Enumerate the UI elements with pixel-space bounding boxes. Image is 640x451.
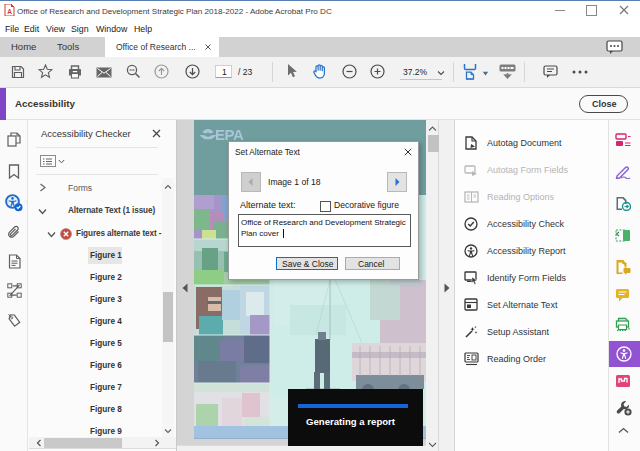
svg-text:A: A — [7, 8, 12, 15]
svg-text:EPA: EPA — [215, 126, 244, 143]
